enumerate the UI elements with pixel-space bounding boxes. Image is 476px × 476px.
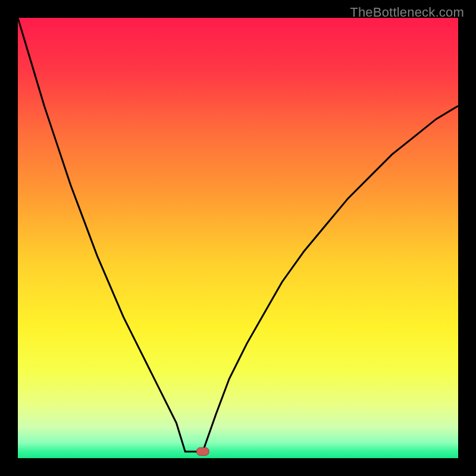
gradient-background — [18, 18, 458, 458]
chart-frame: TheBottleneck.com — [0, 0, 476, 476]
optimal-point-marker — [196, 447, 209, 455]
watermark-text: TheBottleneck.com — [350, 5, 464, 20]
plot-area — [18, 18, 458, 458]
bottleneck-curve-chart — [18, 18, 458, 458]
